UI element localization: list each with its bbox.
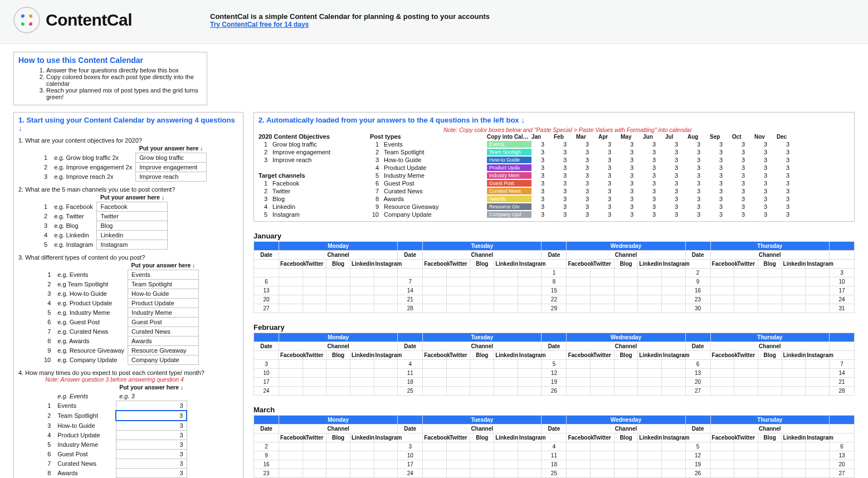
date-cell[interactable]: 28 bbox=[398, 304, 423, 313]
answer-input[interactable]: Instagram bbox=[97, 240, 168, 250]
post-type-chip[interactable]: Curated News bbox=[487, 188, 531, 194]
date-cell[interactable]: 2 bbox=[685, 269, 710, 277]
slot-cell[interactable] bbox=[782, 269, 806, 277]
slot-cell[interactable] bbox=[710, 451, 734, 460]
date-cell[interactable]: 9 bbox=[254, 451, 279, 460]
answer-input[interactable]: Events bbox=[128, 270, 199, 280]
date-cell[interactable] bbox=[398, 269, 423, 277]
slot-cell[interactable] bbox=[326, 269, 350, 277]
slot-cell[interactable] bbox=[782, 378, 806, 387]
date-cell[interactable]: 25 bbox=[542, 469, 567, 478]
date-cell[interactable]: 12 bbox=[685, 451, 710, 460]
slot-cell[interactable] bbox=[758, 277, 782, 286]
slot-cell[interactable] bbox=[591, 295, 615, 304]
slot-cell[interactable] bbox=[303, 269, 326, 277]
slot-cell[interactable] bbox=[782, 442, 806, 451]
slot-cell[interactable] bbox=[782, 469, 806, 478]
slot-cell[interactable] bbox=[734, 369, 758, 378]
slot-cell[interactable] bbox=[567, 460, 591, 469]
slot-cell[interactable] bbox=[303, 378, 326, 387]
slot-cell[interactable] bbox=[446, 286, 470, 295]
slot-cell[interactable] bbox=[279, 469, 303, 478]
slot-cell[interactable] bbox=[710, 460, 734, 469]
slot-cell[interactable] bbox=[470, 360, 494, 369]
slot-cell[interactable] bbox=[326, 360, 350, 369]
slot-cell[interactable] bbox=[374, 360, 398, 369]
slot-cell[interactable] bbox=[518, 304, 542, 313]
slot-cell[interactable] bbox=[614, 451, 638, 460]
date-cell[interactable]: 10 bbox=[830, 277, 855, 286]
date-cell[interactable]: 9 bbox=[685, 277, 710, 286]
date-cell[interactable]: 3 bbox=[254, 360, 279, 369]
answer-input[interactable]: Blog bbox=[97, 221, 168, 231]
post-type-chip[interactable]: Events bbox=[487, 141, 531, 148]
slot-cell[interactable] bbox=[614, 369, 638, 378]
slot-cell[interactable] bbox=[734, 460, 758, 469]
slot-cell[interactable] bbox=[518, 295, 542, 304]
slot-cell[interactable] bbox=[758, 378, 782, 387]
slot-cell[interactable] bbox=[423, 460, 447, 469]
slot-cell[interactable] bbox=[350, 277, 374, 286]
slot-cell[interactable] bbox=[279, 286, 303, 295]
slot-cell[interactable] bbox=[446, 378, 470, 387]
slot-cell[interactable] bbox=[518, 369, 542, 378]
date-cell[interactable]: 23 bbox=[685, 295, 710, 304]
slot-cell[interactable] bbox=[518, 286, 542, 295]
slot-cell[interactable] bbox=[374, 269, 398, 277]
slot-cell[interactable] bbox=[423, 442, 447, 451]
slot-cell[interactable] bbox=[423, 304, 447, 313]
slot-cell[interactable] bbox=[518, 442, 542, 451]
slot-cell[interactable] bbox=[303, 304, 326, 313]
slot-cell[interactable] bbox=[279, 387, 303, 396]
slot-cell[interactable] bbox=[758, 360, 782, 369]
slot-cell[interactable] bbox=[470, 469, 494, 478]
slot-cell[interactable] bbox=[782, 277, 806, 286]
slot-cell[interactable] bbox=[494, 451, 518, 460]
slot-cell[interactable] bbox=[614, 387, 638, 396]
slot-cell[interactable] bbox=[661, 442, 685, 451]
slot-cell[interactable] bbox=[567, 286, 591, 295]
slot-cell[interactable] bbox=[303, 286, 326, 295]
slot-cell[interactable] bbox=[303, 469, 326, 478]
answer-input[interactable]: 3 bbox=[116, 401, 187, 411]
slot-cell[interactable] bbox=[518, 378, 542, 387]
slot-cell[interactable] bbox=[782, 360, 806, 369]
date-cell[interactable]: 21 bbox=[398, 295, 423, 304]
answer-input[interactable]: Curated News bbox=[128, 327, 199, 336]
answer-input[interactable]: Grow blog traffic bbox=[136, 153, 207, 163]
slot-cell[interactable] bbox=[567, 469, 591, 478]
slot-cell[interactable] bbox=[710, 442, 734, 451]
slot-cell[interactable] bbox=[806, 387, 830, 396]
slot-cell[interactable] bbox=[567, 451, 591, 460]
slot-cell[interactable] bbox=[470, 295, 494, 304]
slot-cell[interactable] bbox=[326, 451, 350, 460]
date-cell[interactable]: 14 bbox=[830, 369, 855, 378]
answer-input[interactable]: Product Update bbox=[128, 299, 199, 308]
slot-cell[interactable] bbox=[374, 451, 398, 460]
slot-cell[interactable] bbox=[470, 369, 494, 378]
slot-cell[interactable] bbox=[470, 451, 494, 460]
slot-cell[interactable] bbox=[734, 451, 758, 460]
date-cell[interactable]: 4 bbox=[398, 360, 423, 369]
slot-cell[interactable] bbox=[494, 269, 518, 277]
date-cell[interactable]: 13 bbox=[830, 451, 855, 460]
slot-cell[interactable] bbox=[661, 387, 685, 396]
slot-cell[interactable] bbox=[303, 369, 326, 378]
slot-cell[interactable] bbox=[567, 295, 591, 304]
post-type-chip[interactable]: Resource Giv bbox=[487, 203, 531, 210]
slot-cell[interactable] bbox=[303, 387, 326, 396]
slot-cell[interactable] bbox=[350, 469, 374, 478]
slot-cell[interactable] bbox=[638, 277, 662, 286]
slot-cell[interactable] bbox=[374, 378, 398, 387]
slot-cell[interactable] bbox=[758, 387, 782, 396]
slot-cell[interactable] bbox=[279, 277, 303, 286]
slot-cell[interactable] bbox=[518, 387, 542, 396]
slot-cell[interactable] bbox=[494, 378, 518, 387]
slot-cell[interactable] bbox=[494, 387, 518, 396]
slot-cell[interactable] bbox=[734, 387, 758, 396]
post-type-chip[interactable]: Team Spotligh bbox=[487, 149, 531, 155]
slot-cell[interactable] bbox=[661, 378, 685, 387]
date-cell[interactable]: 25 bbox=[398, 387, 423, 396]
date-cell[interactable]: 14 bbox=[398, 286, 423, 295]
answer-input[interactable]: 3 bbox=[116, 421, 187, 431]
